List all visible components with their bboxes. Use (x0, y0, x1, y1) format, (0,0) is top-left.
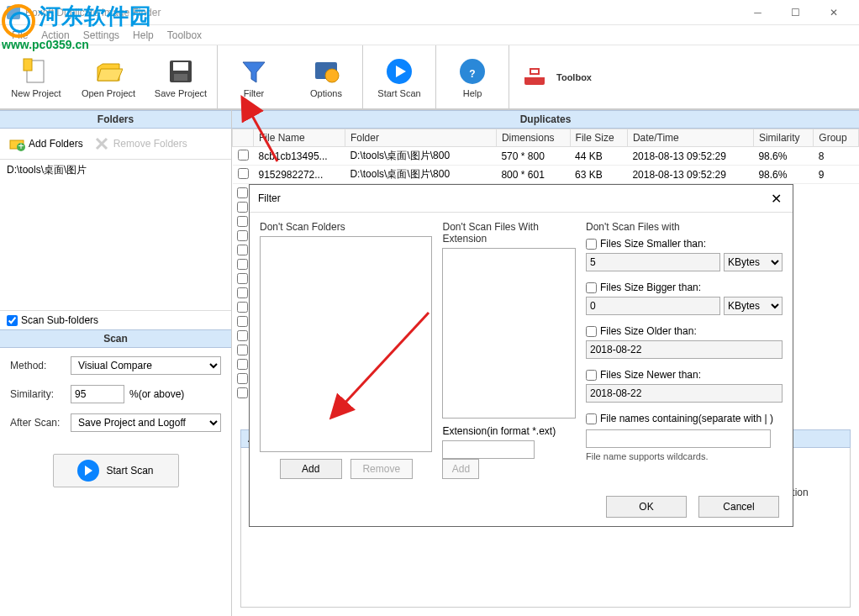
menu-file[interactable]: File (7, 28, 33, 43)
svg-text:+: + (18, 140, 24, 152)
close-button[interactable]: ✕ (814, 1, 852, 24)
dont-scan-files-with-label: Don't Scan Files with (586, 221, 783, 233)
similarity-suffix: %(or above) (129, 388, 184, 400)
window-title: Boxoft Duplicate Image Finder (25, 7, 739, 18)
col-filesize[interactable]: File Size (570, 129, 627, 147)
dont-scan-folders-list[interactable] (260, 236, 432, 452)
wildcards-note: File name supports wildcards. (586, 451, 783, 461)
folders-header: Folders (0, 110, 231, 129)
new-project-button[interactable]: New Project (0, 45, 72, 108)
row-checkbox[interactable] (238, 168, 249, 179)
filter-close-button[interactable]: ✕ (767, 190, 784, 207)
filter-icon (239, 56, 269, 87)
table-row[interactable]: 8cb1cb13495... D:\tools\桌面\图片\800 570 * … (233, 147, 859, 166)
svg-rect-4 (174, 74, 187, 81)
start-scan-button[interactable]: Start Scan (53, 454, 179, 487)
older-date-input[interactable] (586, 340, 783, 359)
similarity-label: Similarity: (10, 388, 66, 400)
bigger-value-input[interactable] (586, 297, 720, 315)
play-icon (384, 56, 414, 87)
app-icon (7, 6, 20, 19)
smaller-unit-select[interactable]: KBytes (724, 253, 783, 271)
options-icon (311, 56, 341, 87)
table-row[interactable]: 9152982272... D:\tools\桌面\图片\800 800 * 6… (233, 166, 859, 184)
menu-settings[interactable]: Settings (78, 28, 124, 43)
titlebar: Boxoft Duplicate Image Finder ─ ☐ ✕ (0, 0, 859, 25)
duplicates-table: File Name Folder Dimensions File Size Da… (232, 129, 859, 184)
toolbox-icon (519, 62, 550, 92)
open-project-button[interactable]: Open Project (72, 45, 145, 108)
menubar: File Action Settings Help Toolbox (0, 25, 859, 45)
bigger-checkbox[interactable] (586, 282, 597, 293)
filter-cancel-button[interactable]: Cancel (698, 496, 779, 518)
save-project-button[interactable]: Save Project (145, 45, 217, 108)
names-containing-input[interactable] (586, 429, 771, 448)
smaller-value-input[interactable] (586, 253, 720, 271)
filter-button[interactable]: Filter (218, 45, 290, 108)
col-group[interactable]: Group (814, 129, 859, 147)
scan-header: Scan (0, 329, 231, 348)
col-datetime[interactable]: Date/Time (627, 129, 753, 147)
start-scan-toolbar-button[interactable]: Start Scan (363, 45, 435, 108)
after-scan-select[interactable]: Save Project and Logoff (71, 413, 221, 432)
help-button[interactable]: ? Help (436, 45, 509, 108)
remove-folders-button: Remove Folders (90, 134, 191, 154)
folder-list-item[interactable]: D:\tools\桌面\图片 (7, 163, 224, 177)
newer-date-input[interactable] (586, 384, 783, 403)
scan-subfolders-label: Scan Sub-folders (21, 314, 98, 326)
dont-scan-folders-label: Don't Scan Folders (260, 221, 432, 233)
options-button[interactable]: Options (290, 45, 362, 108)
menu-help[interactable]: Help (128, 28, 159, 43)
older-checkbox[interactable] (586, 326, 597, 337)
folder-list[interactable]: D:\tools\桌面\图片 (0, 160, 231, 311)
toolbar: New Project Open Project Save Project Fi… (0, 45, 859, 109)
help-icon: ? (457, 56, 487, 87)
save-project-icon (166, 56, 196, 87)
menu-toolbox[interactable]: Toolbox (162, 28, 207, 43)
method-select[interactable]: Visiual Compare (71, 356, 221, 375)
add-folders-button[interactable]: + Add Folders (5, 134, 87, 154)
menu-action[interactable]: Action (36, 28, 74, 43)
dont-scan-ext-list[interactable] (442, 248, 576, 419)
row-checkbox[interactable] (238, 150, 249, 161)
extension-input[interactable] (442, 440, 535, 459)
svg-rect-12 (530, 69, 539, 74)
col-filename[interactable]: File Name (254, 129, 345, 147)
minimize-button[interactable]: ─ (739, 1, 777, 24)
new-project-icon (21, 56, 51, 87)
extension-format-label: Extension(in format *.ext) (442, 425, 576, 437)
method-label: Method: (10, 360, 66, 371)
svg-point-6 (325, 69, 339, 82)
svg-rect-3 (173, 62, 188, 71)
duplicates-header: Duplicates (232, 110, 859, 129)
filter-dialog: Filter ✕ Don't Scan Folders Add Remove D… (249, 184, 793, 527)
names-containing-checkbox[interactable] (586, 413, 597, 424)
similarity-input[interactable] (71, 385, 124, 403)
bigger-unit-select[interactable]: KBytes (724, 297, 783, 315)
svg-text:?: ? (469, 68, 475, 80)
dont-scan-ext-label: Don't Scan Files With Extension (442, 221, 576, 245)
newer-checkbox[interactable] (586, 370, 597, 381)
scan-subfolders-checkbox[interactable] (7, 315, 18, 326)
col-similarity[interactable]: Similarity (753, 129, 813, 147)
filter-ok-button[interactable]: OK (606, 496, 687, 518)
add-folder-icon: + (8, 135, 25, 152)
play-icon (77, 460, 99, 482)
maximize-button[interactable]: ☐ (777, 1, 814, 24)
col-folder[interactable]: Folder (345, 129, 496, 147)
remove-folder-filter-button: Remove (350, 459, 413, 479)
svg-rect-1 (24, 59, 32, 71)
col-dimensions[interactable]: Dimensions (496, 129, 570, 147)
open-project-icon (93, 56, 124, 87)
toolbox-button[interactable]: Toolbox (509, 45, 602, 108)
add-ext-button: Add (442, 459, 479, 479)
add-folder-filter-button[interactable]: Add (280, 459, 342, 479)
remove-folder-icon (93, 135, 110, 152)
smaller-checkbox[interactable] (586, 239, 597, 250)
after-scan-label: After Scan: (10, 417, 66, 429)
filter-dialog-title: Filter (258, 192, 767, 204)
